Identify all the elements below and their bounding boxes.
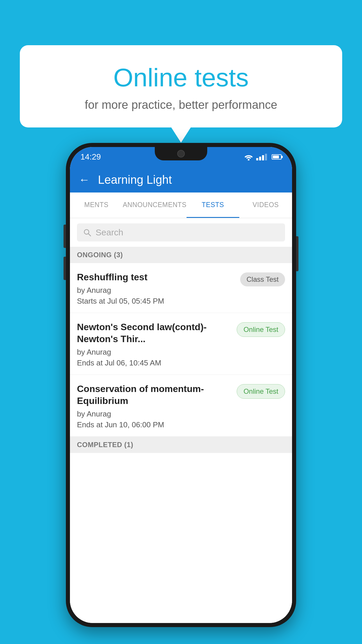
test-time-label: Ends at [77,420,103,429]
speech-bubble: Online tests for more practice, better p… [20,45,342,127]
test-title: Reshuffling test [77,271,236,284]
search-container: Search [70,218,292,247]
test-time-label: Ends at [77,358,103,367]
phone-button-power [296,236,298,271]
search-input-wrapper[interactable]: Search [77,223,285,242]
test-time: Starts at Jul 05, 05:45 PM [77,297,236,306]
speech-bubble-title: Online tests [34,63,328,92]
test-badge: Online Test [237,322,285,337]
status-time: 14:29 [80,152,101,162]
test-time-label: Starts at [77,297,105,305]
phone-camera [177,150,185,158]
test-time-value: Jun 10, 06:00 PM [105,420,164,429]
phone-button-volume-down [64,257,66,280]
test-badge: Online Test [237,384,285,399]
test-time: Ends at Jul 06, 10:45 AM [77,358,232,368]
phone-container: 14:29 [66,143,296,627]
phone-button-volume-up [64,225,66,248]
search-input[interactable]: Search [96,228,123,237]
wifi-icon [244,153,253,160]
battery-icon [272,154,282,160]
test-item[interactable]: Reshuffling test by Anurag Starts at Jul… [70,263,292,313]
phone-frame: 14:29 [66,143,296,627]
phone-screen: 14:29 [70,147,292,623]
svg-line-2 [88,234,91,236]
app-title: Learning Light [98,173,172,186]
test-info: Newton's Second law(contd)-Newton's Thir… [77,321,232,368]
status-icons [244,153,282,160]
completed-section-header: COMPLETED (1) [70,437,292,453]
signal-icon [256,154,267,160]
tab-announcements[interactable]: ANNOUNCEMENTS [123,192,187,218]
test-item[interactable]: Newton's Second law(contd)-Newton's Thir… [70,313,292,375]
back-button[interactable]: ← [79,174,90,186]
test-author: by Anurag [77,348,232,357]
test-author: by Anurag [77,286,236,295]
app-header: ← Learning Light [70,167,292,192]
speech-bubble-subtitle: for more practice, better performance [34,98,328,111]
test-title: Conservation of momentum-Equilibrium [77,383,232,407]
test-title: Newton's Second law(contd)-Newton's Thir… [77,321,232,345]
tab-bar: MENTS ANNOUNCEMENTS TESTS VIDEOS [70,192,292,218]
phone-notch [155,147,207,160]
ongoing-section-header: ONGOING (3) [70,247,292,263]
test-time-value: Jul 06, 10:45 AM [105,358,161,367]
test-author: by Anurag [77,410,232,419]
test-item[interactable]: Conservation of momentum-Equilibrium by … [70,375,292,437]
test-list: Reshuffling test by Anurag Starts at Jul… [70,263,292,623]
test-time: Ends at Jun 10, 06:00 PM [77,420,232,429]
test-badge: Class Test [240,272,285,286]
tab-ments[interactable]: MENTS [70,192,123,218]
test-info: Conservation of momentum-Equilibrium by … [77,383,232,429]
search-icon [83,228,92,237]
tab-tests[interactable]: TESTS [187,192,239,218]
tab-videos[interactable]: VIDEOS [239,192,292,218]
test-info: Reshuffling test by Anurag Starts at Jul… [77,271,236,306]
svg-point-0 [248,159,249,160]
test-time-value: Jul 05, 05:45 PM [107,297,164,305]
